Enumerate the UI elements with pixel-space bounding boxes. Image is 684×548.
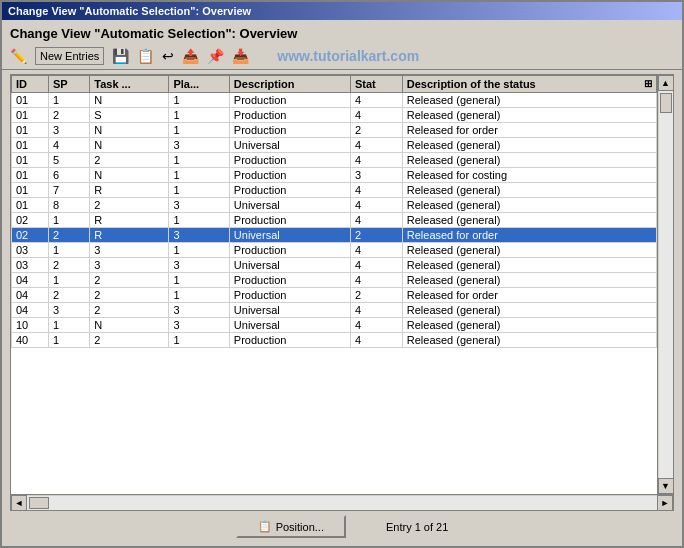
cell-pla: 1 [169, 153, 229, 168]
cell-status_desc: Released (general) [402, 258, 656, 273]
copy-icon[interactable]: 📋 [137, 48, 154, 64]
cell-id: 01 [12, 168, 49, 183]
cell-status_desc: Released (general) [402, 243, 656, 258]
cell-sp: 1 [49, 243, 90, 258]
cell-description: Universal [229, 318, 350, 333]
move-icon[interactable]: 📤 [182, 48, 199, 64]
cell-stat: 3 [350, 168, 402, 183]
scroll-right-btn[interactable]: ► [657, 495, 673, 511]
scroll-track[interactable] [659, 91, 673, 478]
page-title: Change View "Automatic Selection": Overv… [2, 20, 682, 43]
cell-stat: 2 [350, 123, 402, 138]
cell-id: 02 [12, 228, 49, 243]
cell-sp: 6 [49, 168, 90, 183]
cell-task: 2 [90, 288, 169, 303]
table-scroll[interactable]: ID SP Task ... Pla... Description Stat D… [11, 75, 657, 494]
cell-status_desc: Released for costing [402, 168, 656, 183]
cell-pla: 1 [169, 333, 229, 348]
table-row[interactable]: 04121Production4Released (general) [12, 273, 657, 288]
table-row[interactable]: 012S1Production4Released (general) [12, 108, 657, 123]
scroll-down-btn[interactable]: ▼ [658, 478, 674, 494]
col-id: ID [12, 76, 49, 93]
cell-pla: 3 [169, 138, 229, 153]
cell-task: 3 [90, 258, 169, 273]
cell-pla: 1 [169, 93, 229, 108]
col-status-desc: Description of the status ⊞ [402, 76, 656, 93]
cell-status_desc: Released (general) [402, 318, 656, 333]
save-icon[interactable]: 💾 [112, 48, 129, 64]
cell-stat: 4 [350, 273, 402, 288]
hscroll-thumb[interactable] [29, 497, 49, 509]
cell-task: 2 [90, 198, 169, 213]
cell-pla: 3 [169, 258, 229, 273]
cell-task: 2 [90, 303, 169, 318]
status-bar: 📋 Position... Entry 1 of 21 [10, 511, 674, 542]
cell-status_desc: Released for order [402, 123, 656, 138]
cell-id: 01 [12, 183, 49, 198]
table-row[interactable]: 021R1Production4Released (general) [12, 213, 657, 228]
cell-pla: 3 [169, 318, 229, 333]
cell-description: Production [229, 108, 350, 123]
table-row[interactable]: 013N1Production2Released for order [12, 123, 657, 138]
cell-stat: 4 [350, 333, 402, 348]
position-button[interactable]: 📋 Position... [236, 515, 346, 538]
vertical-scrollbar[interactable]: ▲ ▼ [657, 75, 673, 494]
cell-pla: 3 [169, 228, 229, 243]
table-row[interactable]: 40121Production4Released (general) [12, 333, 657, 348]
table-row[interactable]: 01521Production4Released (general) [12, 153, 657, 168]
cell-description: Universal [229, 303, 350, 318]
scroll-up-btn[interactable]: ▲ [658, 75, 674, 91]
cell-pla: 1 [169, 183, 229, 198]
table-row[interactable]: 101N3Universal4Released (general) [12, 318, 657, 333]
toolbar-icon-new[interactable]: ✏️ [10, 48, 27, 64]
table-row[interactable]: 022R3Universal2Released for order [12, 228, 657, 243]
cell-description: Universal [229, 228, 350, 243]
cell-task: R [90, 213, 169, 228]
cell-stat: 4 [350, 93, 402, 108]
scroll-thumb[interactable] [660, 93, 672, 113]
cell-id: 01 [12, 153, 49, 168]
cell-sp: 2 [49, 228, 90, 243]
new-entries-button[interactable]: New Entries [35, 47, 104, 65]
cell-sp: 2 [49, 258, 90, 273]
cell-id: 04 [12, 273, 49, 288]
cell-id: 03 [12, 243, 49, 258]
cell-status_desc: Released (general) [402, 153, 656, 168]
table-row[interactable]: 04221Production2Released for order [12, 288, 657, 303]
table-row[interactable]: 04323Universal4Released (general) [12, 303, 657, 318]
cell-stat: 4 [350, 243, 402, 258]
table-row[interactable]: 016N1Production3Released for costing [12, 168, 657, 183]
undo-icon[interactable]: ↩ [162, 48, 174, 64]
table-row[interactable]: 014N3Universal4Released (general) [12, 138, 657, 153]
cell-status_desc: Released (general) [402, 108, 656, 123]
cell-task: R [90, 228, 169, 243]
clipboard-icon[interactable]: 📌 [207, 48, 224, 64]
cell-stat: 4 [350, 198, 402, 213]
cell-stat: 2 [350, 288, 402, 303]
cell-id: 10 [12, 318, 49, 333]
hscroll-track[interactable] [27, 496, 657, 510]
table-row[interactable]: 03233Universal4Released (general) [12, 258, 657, 273]
table-row[interactable]: 017R1Production4Released (general) [12, 183, 657, 198]
table-row[interactable]: 01823Universal4Released (general) [12, 198, 657, 213]
window-title: Change View "Automatic Selection": Overv… [8, 5, 251, 17]
position-icon: 📋 [258, 520, 272, 533]
cell-status_desc: Released (general) [402, 273, 656, 288]
cell-pla: 1 [169, 243, 229, 258]
position-btn-label: Position... [276, 521, 324, 533]
new-entries-label: New Entries [40, 50, 99, 62]
cell-description: Production [229, 183, 350, 198]
cell-description: Production [229, 243, 350, 258]
cell-sp: 4 [49, 138, 90, 153]
table-row[interactable]: 011N1Production4Released (general) [12, 93, 657, 108]
paste-icon[interactable]: 📥 [232, 48, 249, 64]
main-window: Change View "Automatic Selection": Overv… [0, 0, 684, 548]
horizontal-scrollbar[interactable]: ◄ ► [11, 494, 673, 510]
cell-stat: 4 [350, 303, 402, 318]
scroll-left-btn[interactable]: ◄ [11, 495, 27, 511]
cell-sp: 1 [49, 213, 90, 228]
cell-description: Universal [229, 258, 350, 273]
table-container: ID SP Task ... Pla... Description Stat D… [10, 74, 674, 511]
data-table: ID SP Task ... Pla... Description Stat D… [11, 75, 657, 348]
table-row[interactable]: 03131Production4Released (general) [12, 243, 657, 258]
